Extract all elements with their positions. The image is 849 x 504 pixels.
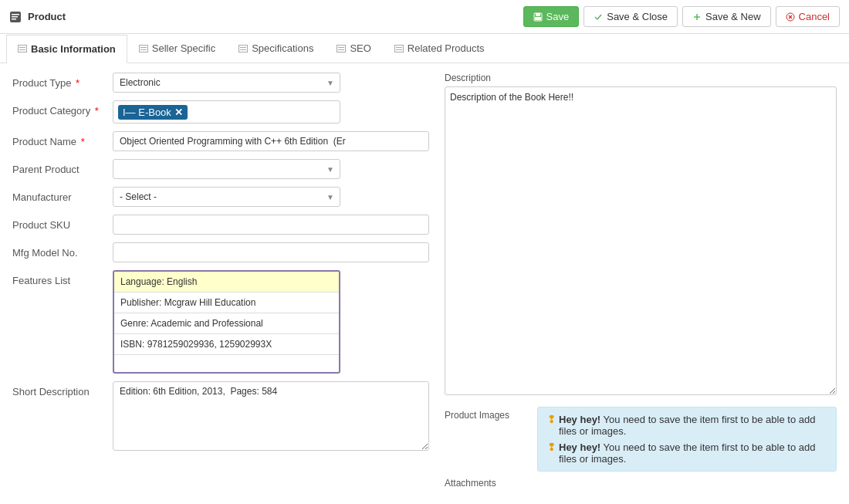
manufacturer-select-wrap: - Select - ▼ (113, 187, 340, 207)
category-input-box[interactable]: I— E-Book ✕ (113, 100, 340, 123)
product-category-control: I— E-Book ✕ (113, 100, 429, 123)
manufacturer-row: Manufacturer - Select - ▼ (12, 187, 429, 207)
feature-item-0: Language: English (114, 272, 339, 293)
svg-rect-2 (12, 16, 18, 18)
product-category-row: Product Category * I— E-Book ✕ (12, 100, 429, 123)
short-description-textarea[interactable]: Edition: 6th Edition, 2013, Pages: 584 (113, 381, 429, 451)
check-icon (594, 12, 603, 22)
mfg-model-label: Mfg Model No. (12, 242, 113, 259)
tab-icon-seo (337, 45, 346, 52)
alert-icon-images: ❢ (547, 414, 556, 425)
tab-basic-information[interactable]: Basic Information (6, 35, 127, 63)
tab-related-products[interactable]: Related Products (383, 34, 496, 63)
feature-item-2: Genre: Academic and Professional (114, 313, 339, 334)
save-close-button[interactable]: Save & Close (583, 6, 678, 27)
category-tag: I— E-Book ✕ (118, 105, 188, 120)
features-list-box: Language: English Publisher: Mcgraw Hill… (113, 270, 340, 374)
feature-item-1: Publisher: Mcgraw Hill Education (114, 293, 339, 313)
save-button[interactable]: Save (523, 6, 580, 27)
mfg-model-row: Mfg Model No. (12, 242, 429, 262)
manufacturer-control: - Select - ▼ (113, 187, 429, 207)
cancel-icon (786, 12, 795, 22)
product-images-label: Product Images (445, 407, 537, 421)
page-title-area: Product (9, 11, 66, 23)
svg-rect-6 (535, 17, 541, 20)
tab-seller-specific[interactable]: Seller Specific (127, 34, 227, 63)
product-sku-input[interactable] (113, 215, 429, 235)
product-images-alert-text: Hey hey! You need to save the item first… (559, 414, 827, 437)
product-images-alert: ❢ Hey hey! You need to save the item fir… (537, 407, 837, 472)
attachments-label: Attachments (445, 475, 537, 489)
features-list-control: Language: English Publisher: Mcgraw Hill… (113, 270, 429, 374)
short-description-control: Edition: 6th Edition, 2013, Pages: 584 (113, 381, 429, 453)
tab-specifications[interactable]: Specifications (227, 34, 325, 63)
left-panel: Product Type * Electronic Physical Digit… (12, 73, 429, 502)
mfg-model-input[interactable] (113, 242, 429, 262)
svg-rect-3 (12, 19, 16, 20)
parent-product-select[interactable] (113, 159, 340, 179)
right-bottom-section: Product Images ❢ Hey hey! You need to sa… (445, 407, 837, 489)
tab-icon-seller (139, 45, 148, 52)
svg-rect-5 (536, 13, 540, 16)
content-area: Product Type * Electronic Physical Digit… (0, 63, 849, 504)
features-list-row: Features List Language: English Publishe… (12, 270, 429, 374)
parent-product-control: ▼ (113, 159, 429, 179)
manufacturer-select[interactable]: - Select - (113, 187, 340, 207)
product-name-row: Product Name * (12, 131, 429, 151)
product-sku-control (113, 215, 429, 235)
cancel-button[interactable]: Cancel (776, 6, 840, 27)
title-bar: Product Save Save & Close Save & New (0, 0, 849, 34)
short-description-label: Short Description (12, 381, 113, 397)
product-type-select[interactable]: Electronic Physical Digital (113, 73, 340, 93)
plus-icon (692, 12, 702, 22)
features-list-label: Features List (12, 270, 113, 286)
save-new-button[interactable]: Save & New (682, 6, 771, 27)
right-panel: Description Description of the Book Here… (445, 73, 837, 502)
page-title: Product (28, 11, 66, 22)
product-name-label: Product Name * (12, 131, 113, 147)
tab-icon-basic (18, 45, 27, 52)
feature-item-3: ISBN: 9781259029936, 125902993X (114, 334, 339, 355)
product-sku-row: Product SKU (12, 215, 429, 235)
remove-tag-button[interactable]: ✕ (174, 107, 183, 117)
product-sku-label: Product SKU (12, 215, 113, 231)
tabs-bar: Basic Information Seller Specific Specif… (0, 34, 849, 63)
product-icon (9, 11, 22, 23)
svg-rect-1 (12, 14, 19, 15)
parent-product-row: Parent Product ▼ (12, 159, 429, 179)
product-name-control (113, 131, 429, 151)
product-type-control: Electronic Physical Digital ▼ (113, 73, 429, 93)
tab-icon-related (394, 45, 404, 52)
description-label: Description (445, 73, 837, 83)
short-description-row: Short Description Edition: 6th Edition, … (12, 381, 429, 453)
product-images-row: Product Images ❢ Hey hey! You need to sa… (445, 407, 837, 472)
parent-product-select-wrap: ▼ (113, 159, 340, 179)
manufacturer-label: Manufacturer (12, 187, 113, 203)
product-type-row: Product Type * Electronic Physical Digit… (12, 73, 429, 93)
alert-icon-attachments: ❢ (547, 441, 556, 453)
parent-product-label: Parent Product (12, 159, 113, 175)
attachments-alert-text: Hey hey! You need to save the item first… (559, 441, 827, 465)
description-textarea[interactable]: Description of the Book Here!! (445, 86, 837, 395)
product-name-input[interactable] (113, 131, 429, 151)
product-type-label: Product Type * (12, 73, 113, 89)
product-type-select-wrap: Electronic Physical Digital ▼ (113, 73, 340, 93)
tab-seo[interactable]: SEO (325, 34, 382, 63)
attachments-row: Attachments (445, 475, 837, 489)
product-category-label: Product Category * (12, 100, 113, 117)
tab-icon-specs (238, 45, 248, 52)
feature-item-4 (114, 355, 339, 372)
mfg-model-control (113, 242, 429, 262)
save-icon (533, 12, 543, 22)
action-buttons: Save Save & Close Save & New Cancel (523, 6, 840, 27)
